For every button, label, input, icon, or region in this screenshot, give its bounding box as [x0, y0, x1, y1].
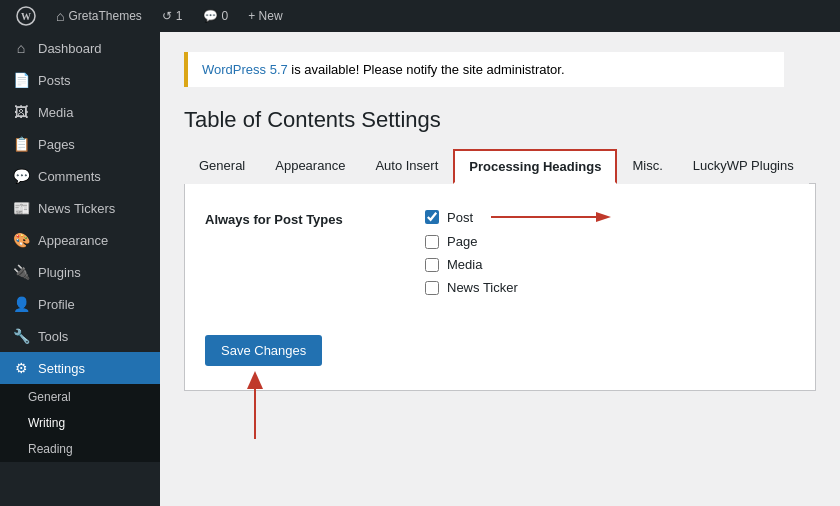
sidebar-item-label: Tools — [38, 329, 68, 344]
sidebar-submenu-label: Reading — [28, 442, 73, 456]
new-item[interactable]: + New — [240, 0, 290, 32]
wp-logo-item[interactable]: W — [8, 0, 44, 32]
news-tickers-icon: 📰 — [12, 200, 30, 216]
posts-icon: 📄 — [12, 72, 30, 88]
media-icon: 🖼 — [12, 104, 30, 120]
arrow-right-svg — [491, 208, 611, 226]
pages-icon: 📋 — [12, 136, 30, 152]
save-changes-button[interactable]: Save Changes — [205, 335, 322, 366]
revisions-item[interactable]: ↺ 1 — [154, 0, 191, 32]
sidebar-item-posts[interactable]: 📄 Posts — [0, 64, 160, 96]
tab-appearance[interactable]: Appearance — [260, 149, 360, 184]
sidebar-item-plugins[interactable]: 🔌 Plugins — [0, 256, 160, 288]
admin-bar: W ⌂ GretaThemes ↺ 1 💬 0 + New — [0, 0, 840, 32]
sidebar-item-comments[interactable]: 💬 Comments — [0, 160, 160, 192]
tab-general[interactable]: General — [184, 149, 260, 184]
checkbox-page-item: Page — [425, 234, 795, 249]
settings-submenu: General Writing Reading — [0, 384, 160, 462]
checkbox-post-item: Post — [425, 208, 795, 226]
sidebar-item-label: News Tickers — [38, 201, 115, 216]
post-types-row: Always for Post Types Post — [205, 208, 795, 303]
sidebar-item-profile[interactable]: 👤 Profile — [0, 288, 160, 320]
settings-icon: ⚙ — [12, 360, 30, 376]
sidebar-item-label: Appearance — [38, 233, 108, 248]
update-notice: WordPress 5.7 is available! Please notif… — [184, 52, 784, 87]
sidebar-item-label: Dashboard — [38, 41, 102, 56]
sidebar-item-media[interactable]: 🖼 Media — [0, 96, 160, 128]
page-title: Table of Contents Settings — [184, 107, 816, 133]
comments-item[interactable]: 💬 0 — [195, 0, 237, 32]
tools-icon: 🔧 — [12, 328, 30, 344]
post-types-label: Always for Post Types — [205, 208, 425, 227]
sidebar-item-pages[interactable]: 📋 Pages — [0, 128, 160, 160]
sidebar-submenu-reading[interactable]: Reading — [0, 436, 160, 462]
checkbox-page-label: Page — [447, 234, 477, 249]
plugins-icon: 🔌 — [12, 264, 30, 280]
tab-auto-insert[interactable]: Auto Insert — [360, 149, 453, 184]
checkbox-media[interactable] — [425, 258, 439, 272]
sidebar-item-label: Comments — [38, 169, 101, 184]
sidebar-submenu-label: Writing — [28, 416, 65, 430]
checkbox-post[interactable] — [425, 210, 439, 224]
tab-processing-headings[interactable]: Processing Headings — [453, 149, 617, 184]
svg-marker-3 — [596, 212, 611, 222]
svg-text:W: W — [21, 11, 31, 22]
dashboard-icon: ⌂ — [12, 40, 30, 56]
checkbox-post-label: Post — [447, 210, 473, 225]
checkbox-news-ticker-item: News Ticker — [425, 280, 795, 295]
sidebar-item-label: Media — [38, 105, 73, 120]
sidebar: ⌂ Dashboard 📄 Posts 🖼 Media 📋 Pages 💬 Co… — [0, 32, 160, 506]
checkbox-media-item: Media — [425, 257, 795, 272]
comments-icon: 💬 — [12, 168, 30, 184]
sidebar-submenu-label: General — [28, 390, 71, 404]
main-content: WordPress 5.7 is available! Please notif… — [160, 32, 840, 506]
tab-misc[interactable]: Misc. — [617, 149, 677, 184]
site-name[interactable]: ⌂ GretaThemes — [48, 0, 150, 32]
appearance-icon: 🎨 — [12, 232, 30, 248]
checkbox-news-ticker-label: News Ticker — [447, 280, 518, 295]
profile-icon: 👤 — [12, 296, 30, 312]
sidebar-item-label: Settings — [38, 361, 85, 376]
sidebar-submenu-general[interactable]: General — [0, 384, 160, 410]
sidebar-item-label: Profile — [38, 297, 75, 312]
sidebar-item-settings[interactable]: ⚙ Settings — [0, 352, 160, 384]
svg-marker-5 — [247, 371, 263, 389]
tab-luckywp-plugins[interactable]: LuckyWP Plugins — [678, 149, 809, 184]
sidebar-submenu-writing[interactable]: Writing — [0, 410, 160, 436]
sidebar-item-dashboard[interactable]: ⌂ Dashboard — [0, 32, 160, 64]
checkbox-news-ticker[interactable] — [425, 281, 439, 295]
sidebar-item-label: Plugins — [38, 265, 81, 280]
sidebar-item-tools[interactable]: 🔧 Tools — [0, 320, 160, 352]
wp-logo-icon: W — [16, 6, 36, 26]
checkbox-media-label: Media — [447, 257, 482, 272]
settings-panel: Always for Post Types Post — [184, 184, 816, 391]
post-arrow-indicator — [491, 208, 611, 226]
save-arrow-svg — [235, 371, 275, 441]
sidebar-item-news-tickers[interactable]: 📰 News Tickers — [0, 192, 160, 224]
checkbox-page[interactable] — [425, 235, 439, 249]
tabs-bar: General Appearance Auto Insert Processin… — [184, 149, 816, 184]
wordpress-update-link[interactable]: WordPress 5.7 — [202, 62, 288, 77]
sidebar-item-label: Posts — [38, 73, 71, 88]
post-types-checkboxes: Post Page — [425, 208, 795, 303]
sidebar-item-appearance[interactable]: 🎨 Appearance — [0, 224, 160, 256]
sidebar-item-label: Pages — [38, 137, 75, 152]
